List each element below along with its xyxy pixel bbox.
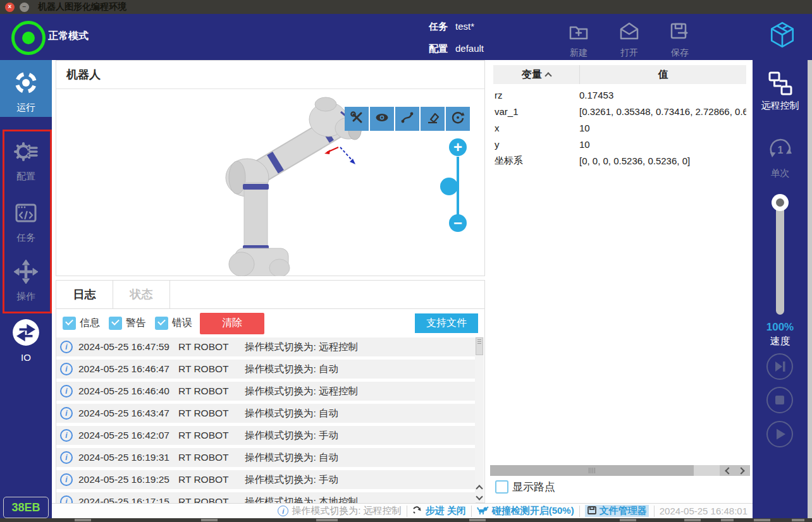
status-collision[interactable]: 碰撞检测开启(50%) bbox=[472, 506, 580, 517]
sidebar-item-task[interactable]: 任务 bbox=[0, 199, 52, 244]
sidebar-item-config[interactable]: 配置 bbox=[0, 138, 52, 183]
info-icon: i bbox=[60, 341, 73, 353]
status-file-manager-text: 文件管理器 bbox=[600, 505, 647, 517]
checkbox-info[interactable] bbox=[63, 317, 76, 330]
tools-button[interactable] bbox=[345, 107, 369, 131]
task-row: 任务test* bbox=[429, 21, 474, 33]
sidebar-item-operate[interactable]: 操作 bbox=[0, 258, 52, 303]
scroll-down-button[interactable] bbox=[475, 492, 484, 502]
status-file-manager[interactable]: 文件管理器 bbox=[580, 506, 655, 517]
status-collision-text: 碰撞检测开启(50%) bbox=[492, 505, 574, 517]
variable-row[interactable]: 坐标系 [0, 0, 0, 0.5236, 0.5236, 0] bbox=[493, 152, 746, 169]
status-datetime: 2024-05-25 16:48:01 bbox=[655, 506, 753, 517]
rotate-view-button[interactable] bbox=[446, 107, 470, 131]
status-step[interactable]: 步进 关闭 bbox=[407, 506, 472, 517]
zoom-out-button[interactable]: − bbox=[449, 214, 467, 232]
log-row[interactable]: i 2024-05-25 16:17:15 RT ROBOT 操作模式切换为: … bbox=[56, 492, 476, 503]
path-button[interactable] bbox=[395, 107, 419, 131]
variable-row[interactable]: rz 0.17453 bbox=[493, 87, 746, 103]
h-scrollbar-thumb[interactable] bbox=[490, 465, 694, 476]
filter-info-label: 信息 bbox=[80, 317, 100, 330]
minimize-button[interactable]: − bbox=[20, 3, 29, 12]
new-button[interactable]: 新建 bbox=[557, 21, 601, 59]
path-curve-icon bbox=[400, 110, 415, 128]
log-scrollbar-thumb[interactable] bbox=[476, 337, 483, 355]
log-source: RT ROBOT bbox=[178, 496, 245, 503]
speed-slider-handle[interactable] bbox=[772, 194, 789, 211]
checkbox-error[interactable] bbox=[155, 317, 168, 330]
show-waypoints[interactable]: 显示路点 bbox=[495, 480, 555, 494]
open-button[interactable]: 打开 bbox=[607, 21, 651, 59]
close-button[interactable]: × bbox=[5, 3, 15, 12]
log-row[interactable]: i 2024-05-25 16:43:47 RT ROBOT 操作模式切换为: … bbox=[56, 404, 476, 423]
log-row[interactable]: i 2024-05-25 16:46:47 RT ROBOT 操作模式切换为: … bbox=[56, 360, 476, 379]
log-source: RT ROBOT bbox=[178, 341, 245, 353]
single-run-item[interactable]: 1 单次 bbox=[753, 135, 808, 179]
erase-button[interactable] bbox=[421, 107, 445, 131]
log-filter-bar: 信息 警告 错误 清除 支持文件 bbox=[56, 309, 484, 337]
chevron-up-icon bbox=[476, 485, 483, 492]
svg-text:1: 1 bbox=[777, 145, 783, 155]
collision-detect-icon bbox=[477, 505, 489, 518]
tab-log[interactable]: 日志 bbox=[56, 281, 113, 308]
log-message: 操作模式切换为: 自动 bbox=[245, 451, 338, 464]
h-scrollbar-track[interactable] bbox=[694, 465, 720, 476]
log-row[interactable]: i 2024-05-25 16:47:59 RT ROBOT 操作模式切换为: … bbox=[56, 337, 476, 356]
variable-row[interactable]: var_1 [0.3261, 0.35348, 0.73416, 2.72866… bbox=[493, 103, 746, 119]
save-button[interactable]: 保存 bbox=[658, 21, 702, 59]
config-label: 配置 bbox=[429, 43, 448, 54]
support-files-button[interactable]: 支持文件 bbox=[415, 313, 478, 333]
clear-log-button[interactable]: 清除 bbox=[200, 313, 264, 334]
log-row[interactable]: i 2024-05-25 16:19:25 RT ROBOT 操作模式切换为: … bbox=[56, 470, 476, 489]
log-source: RT ROBOT bbox=[178, 430, 245, 441]
variables-h-scrollbar[interactable] bbox=[490, 465, 750, 476]
log-message: 操作模式切换为: 手动 bbox=[245, 429, 338, 442]
log-row[interactable]: i 2024-05-25 16:46:40 RT ROBOT 操作模式切换为: … bbox=[56, 382, 476, 401]
log-row[interactable]: i 2024-05-25 16:42:07 RT ROBOT 操作模式切换为: … bbox=[56, 426, 476, 445]
variable-value: 10 bbox=[579, 139, 746, 150]
filter-warning[interactable]: 警告 bbox=[109, 317, 146, 330]
log-scrollbar[interactable] bbox=[475, 337, 484, 502]
sidebar-item-run[interactable]: 运行 bbox=[0, 60, 52, 117]
speed-slider-track[interactable] bbox=[776, 201, 784, 315]
step-next-button[interactable] bbox=[766, 353, 794, 380]
variables-column-name[interactable]: 变量 bbox=[493, 65, 579, 84]
variables-header: 变量 值 bbox=[493, 65, 746, 84]
mode-label: 正常模式 bbox=[48, 30, 89, 43]
variable-row[interactable]: x 10 bbox=[493, 119, 746, 136]
sidebar-item-io[interactable]: IO bbox=[0, 318, 52, 363]
tab-status[interactable]: 状态 bbox=[113, 281, 170, 308]
log-time: 2024-05-25 16:19:25 bbox=[78, 474, 178, 485]
log-message: 操作模式切换为: 远程控制 bbox=[245, 385, 358, 398]
scroll-right-button[interactable] bbox=[737, 467, 744, 474]
log-list[interactable]: i 2024-05-25 16:47:59 RT ROBOT 操作模式切换为: … bbox=[56, 337, 484, 503]
scroll-left-button[interactable] bbox=[725, 467, 732, 474]
config-row: 配置default bbox=[429, 43, 484, 55]
info-icon: i bbox=[60, 429, 73, 442]
variable-row[interactable]: y 10 bbox=[493, 136, 746, 152]
stop-button[interactable] bbox=[766, 386, 794, 414]
window-scrollbar-strip[interactable] bbox=[808, 60, 812, 522]
sidebar-item-label: 操作 bbox=[0, 291, 52, 303]
save-button-label: 保存 bbox=[658, 47, 702, 59]
info-icon: i bbox=[60, 473, 73, 486]
play-button[interactable] bbox=[766, 420, 794, 448]
filter-error[interactable]: 错误 bbox=[155, 317, 192, 330]
visibility-button[interactable] bbox=[370, 107, 394, 131]
filter-warning-label: 警告 bbox=[126, 317, 146, 330]
info-icon: i bbox=[60, 363, 73, 375]
zoom-in-button[interactable]: + bbox=[449, 138, 467, 156]
log-row[interactable]: i 2024-05-25 16:19:31 RT ROBOT 操作模式切换为: … bbox=[56, 448, 476, 467]
filter-info[interactable]: 信息 bbox=[63, 317, 100, 330]
variables-column-value[interactable]: 值 bbox=[579, 65, 746, 84]
zoom-slider-handle[interactable] bbox=[440, 178, 458, 195]
show-waypoints-checkbox[interactable] bbox=[495, 480, 508, 494]
log-time: 2024-05-25 16:47:59 bbox=[78, 341, 178, 353]
remote-control-item[interactable]: 远程控制 bbox=[753, 70, 808, 112]
info-icon: i bbox=[60, 451, 73, 464]
sort-caret-icon bbox=[544, 72, 551, 79]
scroll-up-button[interactable] bbox=[475, 482, 484, 492]
task-value: test* bbox=[455, 21, 474, 32]
checkbox-warning[interactable] bbox=[109, 317, 122, 330]
info-icon: i bbox=[278, 506, 288, 516]
